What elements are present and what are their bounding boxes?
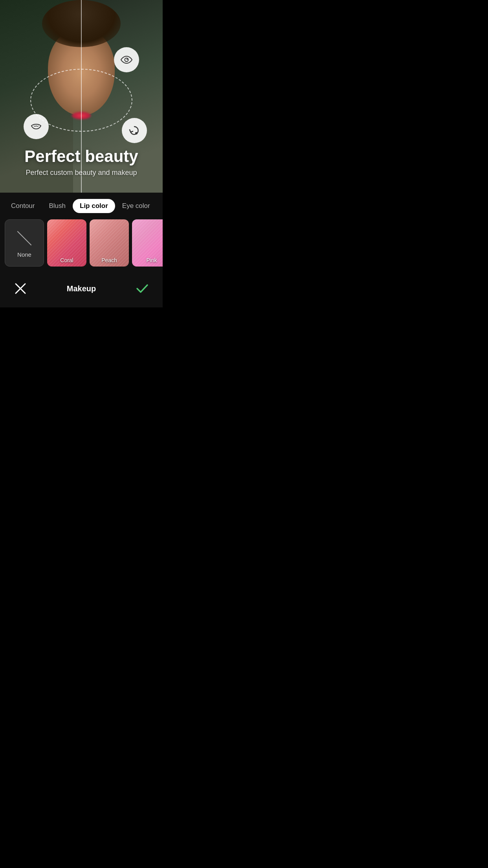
swatch-coral[interactable]: Coral: [47, 219, 86, 267]
confirm-button[interactable]: [133, 279, 152, 298]
tab-eyebrow[interactable]: Eyebr...: [157, 199, 163, 213]
action-bar-title: Makeup: [67, 284, 96, 293]
eye-button[interactable]: [114, 47, 139, 72]
tab-contour[interactable]: Contour: [4, 199, 42, 213]
svg-point-2: [135, 132, 138, 134]
color-swatches-row: None Coral Peach Pink Orange Red: [0, 213, 163, 273]
swatch-peach-label: Peach: [90, 257, 129, 263]
bottom-panel: Contour Blush Lip color Eye color Eyebr.…: [0, 193, 163, 307]
none-slash-icon: [17, 231, 32, 245]
photo-area: Perfect beauty Perfect custom beauty and…: [0, 0, 163, 193]
action-bar: Makeup: [0, 273, 163, 307]
hero-title: Perfect beauty: [8, 147, 155, 166]
eye-icon: [120, 53, 133, 66]
swatch-none[interactable]: None: [5, 219, 44, 267]
tab-blush[interactable]: Blush: [42, 199, 73, 213]
hero-text-area: Perfect beauty Perfect custom beauty and…: [0, 147, 163, 177]
lips-button[interactable]: [24, 114, 49, 139]
svg-point-1: [127, 59, 128, 60]
tab-lip-color[interactable]: Lip color: [73, 199, 115, 213]
swatch-pink[interactable]: Pink: [132, 219, 163, 267]
svg-point-0: [125, 58, 128, 62]
confirm-icon: [135, 281, 149, 296]
refresh-button[interactable]: [122, 118, 147, 143]
tab-eye-color[interactable]: Eye color: [115, 199, 157, 213]
hero-subtitle: Perfect custom beauty and makeup: [8, 169, 155, 177]
swatch-coral-label: Coral: [47, 257, 86, 263]
lips-icon: [30, 120, 42, 133]
category-tabs: Contour Blush Lip color Eye color Eyebr.…: [0, 199, 163, 213]
swatch-peach[interactable]: Peach: [90, 219, 129, 267]
cancel-button[interactable]: [11, 279, 30, 298]
refresh-icon: [128, 124, 141, 137]
swatch-pink-label: Pink: [132, 257, 163, 263]
cancel-icon: [13, 281, 28, 296]
swatch-none-label: None: [17, 251, 31, 258]
